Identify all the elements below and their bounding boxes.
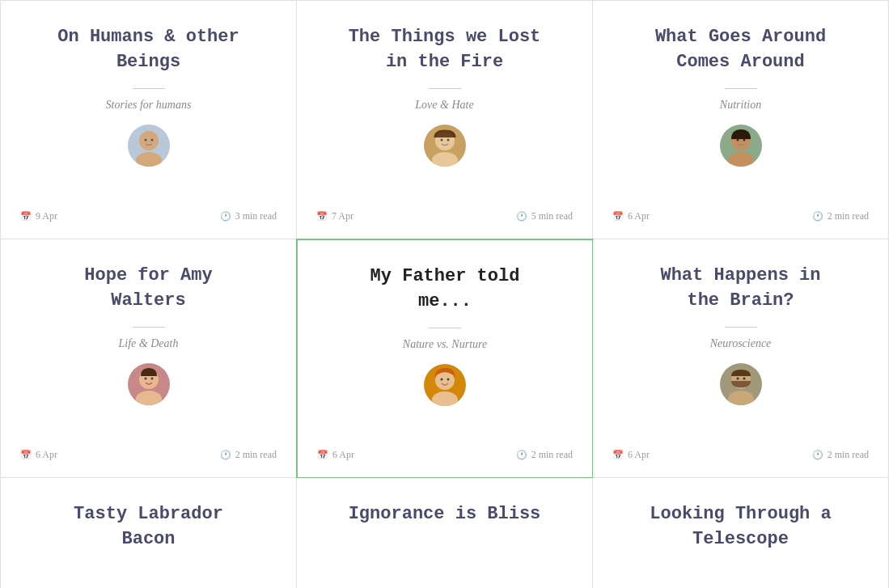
- date-info: 📅 7 Apr: [316, 210, 353, 222]
- read-time: 2 min read: [235, 449, 277, 461]
- article-card-9[interactable]: Looking Through aTelescope: [593, 478, 889, 588]
- article-card-4[interactable]: Hope for AmyWalters Life & Death 📅 6 Apr…: [1, 239, 297, 478]
- card-footer: 📅 6 Apr 🕐 2 min read: [612, 210, 869, 222]
- date-info: 📅 6 Apr: [20, 449, 57, 461]
- read-time: 2 min read: [531, 449, 573, 461]
- article-title: The Things we Lostin the Fire: [349, 25, 541, 75]
- svg-point-23: [441, 378, 443, 380]
- clock-icon: 🕐: [812, 450, 823, 460]
- calendar-icon: 📅: [20, 450, 32, 460]
- read-time-info: 🕐 2 min read: [516, 449, 573, 461]
- calendar-icon: 📅: [612, 450, 624, 460]
- date-info: 📅 6 Apr: [317, 449, 354, 461]
- svg-point-18: [144, 377, 146, 379]
- card-divider: [429, 328, 461, 328]
- article-title: What Happens inthe Brain?: [660, 264, 820, 314]
- clock-icon: 🕐: [516, 450, 527, 460]
- read-time-info: 🕐 2 min read: [812, 210, 869, 222]
- svg-point-14: [743, 138, 745, 141]
- svg-point-9: [447, 138, 449, 141]
- article-category: Love & Hate: [415, 99, 473, 112]
- article-category: Nature vs. Nurture: [403, 338, 487, 351]
- article-title: Looking Through aTelescope: [650, 502, 831, 552]
- card-divider: [725, 327, 757, 328]
- date-info: 📅 6 Apr: [612, 449, 650, 461]
- svg-point-24: [447, 378, 450, 380]
- card-divider: [725, 88, 757, 89]
- article-date: 7 Apr: [332, 210, 353, 222]
- article-title: Tasty LabradorBacon: [74, 502, 223, 552]
- svg-point-19: [150, 377, 153, 379]
- article-card-7[interactable]: Tasty LabradorBacon: [1, 478, 297, 588]
- read-time: 3 min read: [235, 210, 277, 222]
- card-footer: 📅 9 Apr 🕐 3 min read: [20, 210, 277, 222]
- article-date: 6 Apr: [628, 210, 650, 222]
- read-time: 5 min read: [531, 210, 573, 222]
- article-grid: On Humans & otherBeings Stories for huma…: [0, 0, 889, 588]
- card-divider: [133, 327, 165, 328]
- article-date: 9 Apr: [36, 210, 57, 222]
- calendar-icon: 📅: [612, 211, 624, 222]
- card-divider: [429, 88, 461, 89]
- svg-point-13: [736, 138, 739, 141]
- article-card-3[interactable]: What Goes AroundComes Around Nutrition 📅…: [593, 1, 889, 239]
- article-title: On Humans & otherBeings: [57, 25, 239, 75]
- svg-point-1: [139, 131, 159, 150]
- article-category: Neuroscience: [710, 337, 772, 350]
- card-divider: [133, 88, 165, 89]
- article-category: Nutrition: [720, 99, 761, 112]
- article-card-2[interactable]: The Things we Lostin the Fire Love & Hat…: [297, 1, 593, 239]
- read-time: 2 min read: [828, 449, 869, 461]
- read-time-info: 🕐 5 min read: [516, 210, 573, 222]
- article-card-1[interactable]: On Humans & otherBeings Stories for huma…: [1, 1, 297, 239]
- article-title: Ignorance is Bliss: [349, 502, 541, 527]
- clock-icon: 🕐: [516, 211, 527, 222]
- date-info: 📅 9 Apr: [20, 210, 57, 222]
- author-avatar: [128, 125, 170, 167]
- clock-icon: 🕐: [220, 450, 231, 460]
- clock-icon: 🕐: [812, 211, 823, 222]
- svg-point-4: [150, 138, 153, 141]
- read-time-info: 🕐 3 min read: [220, 210, 277, 222]
- svg-point-8: [440, 138, 442, 141]
- article-title: What Goes AroundComes Around: [655, 25, 826, 75]
- card-footer: 📅 6 Apr 🕐 2 min read: [20, 449, 277, 461]
- article-date: 6 Apr: [628, 449, 650, 461]
- author-avatar: [128, 363, 170, 405]
- article-card-6[interactable]: What Happens inthe Brain? Neuroscience 📅…: [593, 239, 889, 478]
- article-date: 6 Apr: [332, 449, 354, 461]
- svg-point-28: [736, 377, 739, 379]
- article-card-8[interactable]: Ignorance is Bliss: [297, 478, 593, 588]
- card-footer: 📅 6 Apr 🕐 2 min read: [317, 449, 573, 461]
- author-avatar: [720, 125, 762, 167]
- clock-icon: 🕐: [220, 211, 231, 222]
- calendar-icon: 📅: [20, 211, 32, 222]
- article-category: Life & Death: [119, 337, 179, 350]
- article-category: Stories for humans: [106, 99, 192, 112]
- calendar-icon: 📅: [316, 211, 328, 222]
- author-avatar: [424, 364, 466, 406]
- read-time-info: 🕐 2 min read: [812, 449, 869, 461]
- author-avatar: [424, 125, 466, 167]
- article-card-5[interactable]: My Father toldme... Nature vs. Nurture 📅…: [296, 239, 594, 479]
- calendar-icon: 📅: [317, 450, 328, 460]
- author-avatar: [720, 363, 762, 405]
- card-footer: 📅 7 Apr 🕐 5 min read: [316, 210, 573, 222]
- date-info: 📅 6 Apr: [612, 210, 650, 222]
- article-title: Hope for AmyWalters: [84, 264, 212, 314]
- card-footer: 📅 6 Apr 🕐 2 min read: [612, 449, 869, 461]
- read-time: 2 min read: [828, 210, 869, 222]
- article-title: My Father toldme...: [370, 264, 520, 315]
- article-date: 6 Apr: [36, 449, 57, 461]
- svg-point-3: [144, 138, 146, 141]
- svg-point-29: [743, 377, 745, 379]
- read-time-info: 🕐 2 min read: [220, 449, 277, 461]
